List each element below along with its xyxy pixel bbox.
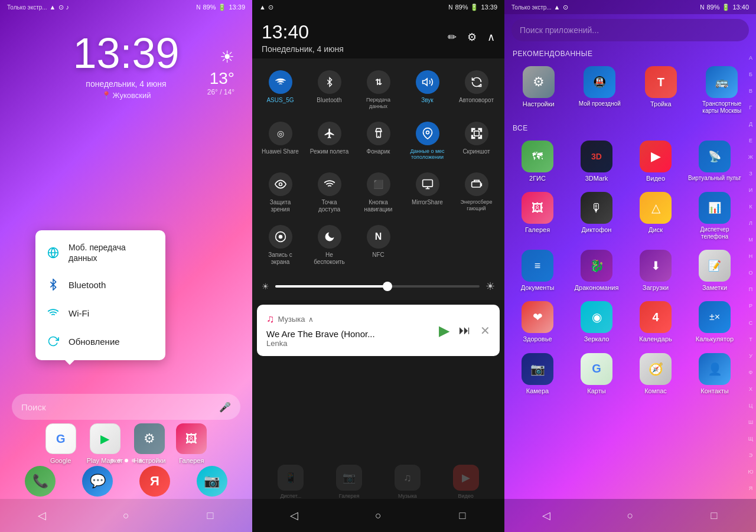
alpha-z[interactable]: З (748, 171, 754, 177)
toggle-privacy[interactable]: Защитазрения (257, 168, 304, 218)
rec-app-settings[interactable]: ⚙ Настройки (509, 63, 568, 118)
toggle-nfc[interactable]: N NFC (355, 220, 402, 270)
app-google[interactable]: G Google (45, 423, 76, 464)
dock-yandex[interactable]: Я (139, 466, 170, 497)
app-video[interactable]: ▶ Видео (627, 137, 684, 186)
app-settings[interactable]: ⚙ Настройки (133, 423, 165, 464)
app-contacts[interactable]: 👤 Контакты (686, 350, 743, 399)
dock-messages[interactable]: 💬 (82, 466, 113, 497)
toggle-sound[interactable]: Звук (404, 66, 451, 115)
alpha-eh[interactable]: Э (748, 452, 754, 458)
app-play[interactable]: ▶ Play Маркет (87, 423, 123, 464)
app-recorder[interactable]: 🎙 Диктофон (568, 188, 625, 244)
app-dispatch[interactable]: 📊 Диспетчер телефона (686, 188, 743, 244)
alpha-h[interactable]: Х (748, 386, 754, 392)
toggle-mirrorshare[interactable]: MirrorShare (404, 168, 451, 218)
brightness-thumb[interactable] (383, 282, 392, 291)
app-gallery[interactable]: 🖼 Галерея (176, 423, 207, 464)
app-downloads[interactable]: ⬇ Загрузки (627, 246, 684, 295)
toggle-airplane[interactable]: Режим полета (306, 117, 353, 166)
alpha-yu[interactable]: Ю (748, 469, 754, 475)
toggle-huaweishare[interactable]: ◎ Huawei Share (257, 117, 304, 166)
nav-back-2[interactable]: ◁ (284, 505, 305, 526)
chevron-up-icon[interactable]: ∧ (487, 31, 495, 44)
toggle-autorotate[interactable]: Автоповорот (453, 66, 500, 115)
alpha-p[interactable]: П (748, 286, 754, 292)
music-play-button[interactable]: ▶ (439, 322, 449, 339)
alpha-shch[interactable]: Щ (748, 436, 754, 442)
alpha-k[interactable]: К (748, 204, 754, 210)
brightness-slider[interactable] (275, 285, 480, 288)
alpha-v[interactable]: В (748, 88, 754, 94)
alpha-l[interactable]: Л (748, 220, 754, 226)
app-compass[interactable]: 🧭 Компас (627, 350, 684, 399)
context-item-update[interactable]: Обновление (35, 327, 165, 355)
edit-icon[interactable]: ✏ (448, 31, 457, 44)
search-input-3[interactable] (520, 25, 741, 35)
alpha-b[interactable]: Б (748, 71, 754, 77)
nav-home-2[interactable]: ○ (367, 505, 389, 526)
app-calendar[interactable]: 4 Календарь (627, 298, 684, 347)
app-3dmark[interactable]: 3D 3DMark (568, 137, 625, 186)
dock-phone[interactable]: 📞 (25, 466, 56, 497)
app-maps[interactable]: G Карты (568, 350, 625, 399)
rec-app-troika[interactable]: Т Тройка (631, 63, 690, 118)
app-drive[interactable]: △ Диск (627, 188, 684, 244)
dock-camera[interactable]: 📷 (197, 466, 227, 497)
alpha-u[interactable]: У (748, 353, 754, 359)
toggle-data[interactable]: ⇅ Передачаданных (355, 66, 402, 115)
app-gallery-3[interactable]: 🖼 Галерея (509, 188, 566, 244)
alpha-i[interactable]: И (748, 187, 754, 193)
drawer-search-bar[interactable] (511, 19, 749, 41)
alpha-o[interactable]: О (748, 270, 754, 276)
rec-app-mypass[interactable]: 🚇 Мой проездной (571, 63, 630, 118)
music-close-button[interactable]: ✕ (480, 324, 490, 338)
nav-recents-1[interactable]: □ (200, 505, 221, 526)
app-camera-3[interactable]: 📷 Камера (509, 350, 566, 399)
alpha-r[interactable]: Р (748, 303, 754, 309)
music-next-button[interactable]: ⏭ (459, 324, 471, 337)
alpha-d[interactable]: Д (748, 121, 754, 127)
nav-back-3[interactable]: ◁ (536, 505, 557, 526)
nav-recents-2[interactable]: □ (452, 505, 473, 526)
search-input-1[interactable] (21, 402, 219, 412)
app-health[interactable]: ❤ Здоровье (509, 298, 566, 347)
alpha-e[interactable]: Е (748, 138, 754, 143)
toggle-hotspot[interactable]: Точкадоступа (306, 168, 353, 218)
toggle-screenrecord[interactable]: Запись сэкрана (257, 220, 304, 270)
alpha-m[interactable]: М (748, 237, 754, 243)
alpha-zh[interactable]: Ж (748, 154, 754, 160)
app-calc[interactable]: ±× Калькулятор (686, 298, 743, 347)
alpha-ya[interactable]: Я (748, 485, 754, 491)
toggle-bluetooth[interactable]: Bluetooth (306, 66, 353, 115)
alpha-n[interactable]: Н (748, 253, 754, 259)
app-notes[interactable]: 📝 Заметки (686, 246, 743, 295)
app-remote[interactable]: 📡 Виртуальный пульт (686, 137, 743, 186)
toggle-flashlight[interactable]: Фонарик (355, 117, 402, 166)
settings-shade-icon[interactable]: ⚙ (467, 31, 477, 44)
alpha-f[interactable]: Ф (748, 370, 754, 376)
app-2gis[interactable]: 🗺 2ГИС (509, 137, 566, 186)
alpha-sh[interactable]: Ш (748, 419, 754, 425)
context-item-bluetooth[interactable]: Bluetooth (35, 270, 165, 299)
rec-app-transport[interactable]: 🚌 Транспортные карты Москвы (693, 63, 752, 118)
alpha-ts[interactable]: Ц (748, 403, 754, 409)
alpha-a[interactable]: А (748, 55, 754, 61)
app-mirror[interactable]: ◉ Зеркало (568, 298, 625, 347)
toggle-navbar[interactable]: ⬛ Кнопканавигации (355, 168, 402, 218)
nav-home-1[interactable]: ○ (115, 505, 136, 526)
alpha-s[interactable]: С (748, 320, 754, 326)
toggle-screenshot[interactable]: Скриншот (453, 117, 500, 166)
app-docs[interactable]: ≡ Документы (509, 246, 566, 295)
toggle-powersave[interactable]: Энергосберегающий (453, 168, 500, 218)
alpha-g[interactable]: Г (748, 105, 754, 110)
nav-home-3[interactable]: ○ (620, 505, 641, 526)
context-item-mobile-data[interactable]: Моб. передачаданных (35, 235, 165, 270)
app-dragon[interactable]: 🐉 Дракономания (568, 246, 625, 295)
context-item-wifi[interactable]: Wi-Fi (35, 299, 165, 327)
alpha-t[interactable]: Т (748, 337, 754, 342)
toggle-wifi[interactable]: ASUS_5G (257, 66, 304, 115)
nav-recents-3[interactable]: □ (703, 505, 725, 526)
toggle-location[interactable]: Данные о местоположении (404, 117, 451, 166)
lock-search-bar[interactable]: 🎤 (12, 394, 240, 420)
